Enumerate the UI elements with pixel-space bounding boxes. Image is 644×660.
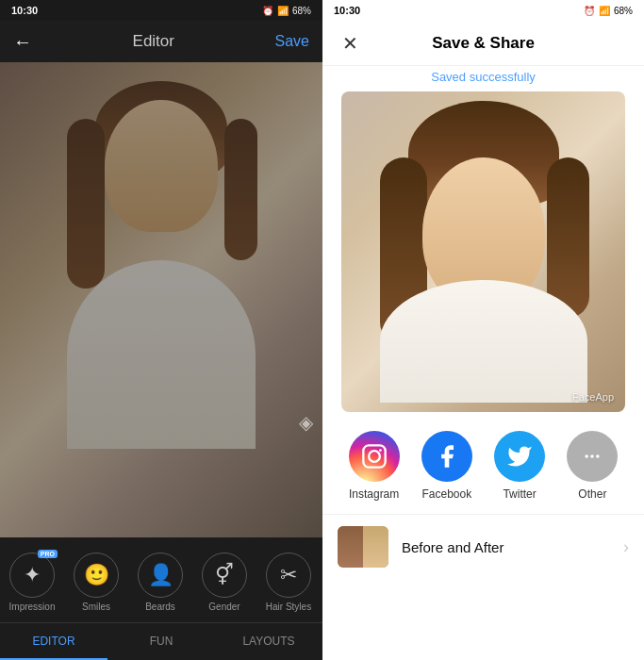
instagram-label: Instagram [349,487,399,501]
facebook-label: Facebook [422,487,472,501]
before-after-row[interactable]: Before and After › [322,514,644,579]
svg-point-4 [591,454,595,458]
share-icons-row: Instagram Facebook Twitter [322,412,644,510]
close-button[interactable]: ✕ [336,29,364,58]
editor-title: Editor [133,32,174,51]
right-wifi-icon: 📶 [599,6,610,16]
pro-badge: PRO [38,550,58,558]
editor-header: ← Editor Save [0,21,322,62]
hairstyles-label: Hair Styles [266,602,311,612]
portrait-hair-right [224,119,257,260]
right-alarm-icon: ⏰ [584,6,595,16]
other-label: Other [578,487,606,501]
left-time: 10:30 [11,5,38,16]
gender-icon-circle: ⚥ [202,553,247,598]
portrait-hair-left [67,119,105,289]
battery-label: 68% [292,6,311,16]
tool-hairstyles[interactable]: ✂ Hair Styles [256,545,321,619]
right-time: 10:30 [334,5,360,16]
impression-icon-circle: PRO ✦ [9,553,55,598]
nav-layouts[interactable]: LAYOUTS [215,623,322,660]
share-instagram[interactable]: Instagram [349,431,400,501]
alarm-icon: ⏰ [262,6,273,16]
impression-label: Impression [9,602,56,612]
facebook-icon [421,431,472,482]
share-twitter[interactable]: Twitter [494,431,545,501]
back-button[interactable]: ← [13,31,32,53]
portrait-body [67,260,256,449]
before-thumbnail [338,526,363,568]
tools-row: PRO ✦ Impression 🙂 Smiles 👤 Beards ⚥ Gen… [0,537,322,622]
nav-editor[interactable]: EDITOR [0,623,107,660]
left-status-icons: ⏰ 📶 68% [262,6,311,16]
gender-label: Gender [208,602,239,612]
right-status-bar: 10:30 ⏰ 📶 68% [322,0,644,21]
svg-rect-0 [363,445,385,467]
editor-panel: 10:30 ⏰ 📶 68% ← Editor Save ◈ PRO [0,0,322,660]
other-icon [567,431,618,482]
share-other[interactable]: Other [567,431,618,501]
tool-smiles[interactable]: 🙂 Smiles [64,545,128,619]
before-after-arrow: › [623,537,629,557]
nav-fun[interactable]: FUN [107,623,215,660]
dialog-image-area: FaceApp [322,91,644,412]
svg-point-5 [596,454,600,458]
right-status-icons: ⏰ 📶 68% [584,6,633,16]
tool-beards[interactable]: 👤 Beards [128,545,192,619]
save-share-dialog: 10:30 ⏰ 📶 68% ✕ Save & Share Saved succe… [322,0,644,660]
dialog-portrait-container [371,101,597,403]
beards-icon-circle: 👤 [138,553,183,598]
twitter-label: Twitter [503,487,536,501]
after-thumbnail [363,526,388,568]
portrait-face [105,100,218,232]
before-after-label: Before and After [402,539,623,555]
dp-hair-right [547,157,589,318]
hairstyles-icon-circle: ✂ [266,553,311,598]
tool-impression[interactable]: PRO ✦ Impression [0,545,64,619]
dialog-header: ✕ Save & Share [322,21,644,66]
saved-success-message: Saved successfully [322,66,644,91]
twitter-icon [494,431,545,482]
portrait-container [39,72,284,487]
faceapp-watermark: FaceApp [572,391,614,403]
dialog-title: Save & Share [364,34,603,53]
svg-point-3 [586,454,589,458]
expand-button[interactable]: ◈ [299,411,313,434]
svg-point-2 [379,449,382,452]
share-facebook[interactable]: Facebook [421,431,472,501]
smiles-icon-circle: 🙂 [74,553,119,598]
dp-body [380,280,587,403]
right-battery-label: 68% [614,6,633,16]
svg-point-1 [369,451,380,462]
instagram-icon [349,431,400,482]
bottom-navigation: EDITOR FUN LAYOUTS [0,622,322,660]
tool-gender[interactable]: ⚥ Gender [192,545,256,619]
smiles-label: Smiles [82,602,110,612]
save-button[interactable]: Save [275,33,309,50]
beards-label: Beards [145,602,175,612]
wifi-icon: 📶 [277,6,289,16]
left-status-bar: 10:30 ⏰ 📶 68% [0,0,322,21]
photo-background [0,62,322,537]
dialog-photo: FaceApp [341,91,625,412]
before-after-thumbnail [338,526,388,568]
editor-image-area: ◈ [0,62,322,537]
